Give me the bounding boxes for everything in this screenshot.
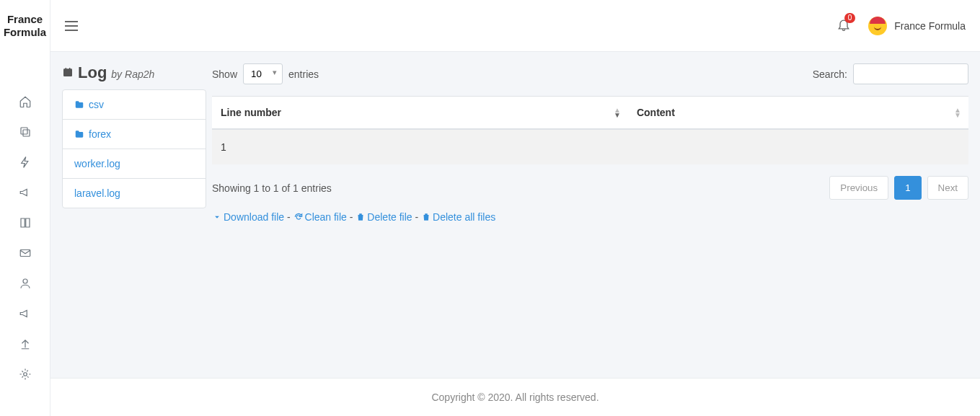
folder-icon <box>74 129 84 139</box>
book-icon[interactable] <box>19 216 32 229</box>
username-label[interactable]: France Formula <box>894 20 966 32</box>
log-title: Log <box>78 63 107 82</box>
home-icon[interactable] <box>19 95 32 108</box>
search-control: Search: <box>813 63 968 84</box>
file-actions: Download file - Clean file - Delete file… <box>212 211 968 223</box>
user-icon[interactable] <box>19 277 32 290</box>
megaphone-icon[interactable] <box>19 186 32 199</box>
copy-icon[interactable] <box>19 125 32 138</box>
show-label: Show <box>212 68 237 80</box>
entries-select[interactable]: 10 <box>243 63 283 84</box>
sort-icon: ▲▼ <box>614 107 621 118</box>
svg-rect-5 <box>63 68 72 76</box>
svg-point-4 <box>23 373 27 376</box>
svg-rect-1 <box>21 128 27 134</box>
calendar-icon <box>62 66 74 78</box>
megaphone2-icon[interactable] <box>19 307 32 320</box>
delete-file-link[interactable]: Delete file <box>356 211 412 223</box>
col-line-number[interactable]: Line number ▲▼ <box>212 97 628 130</box>
cell-line: 1 <box>212 129 628 164</box>
entries-label: entries <box>288 68 319 80</box>
log-table: Line number ▲▼ Content ▲▼ 1 <box>212 96 968 164</box>
gear-icon[interactable] <box>19 368 32 381</box>
notification-badge: 0 <box>844 13 856 23</box>
svg-point-3 <box>23 279 27 283</box>
log-item-label: csv <box>89 99 104 110</box>
table-row: 1 <box>212 129 968 164</box>
topbar: 0 France Formula <box>50 0 980 52</box>
log-panel: Log by Rap2h csv forex worker.log <box>62 63 206 366</box>
log-item-label: worker.log <box>74 158 120 169</box>
log-item-laravel[interactable]: laravel.log <box>63 179 206 208</box>
log-item-label: forex <box>89 128 111 140</box>
upload-icon[interactable] <box>19 337 32 350</box>
svg-rect-0 <box>23 130 30 136</box>
search-input[interactable] <box>853 63 968 84</box>
trash-icon <box>356 212 366 222</box>
search-label: Search: <box>813 68 847 80</box>
refresh-icon <box>293 212 304 222</box>
download-icon <box>212 212 222 222</box>
page-1-button[interactable]: 1 <box>894 176 921 200</box>
avatar[interactable] <box>868 17 887 35</box>
table-info: Showing 1 to 1 of 1 entries <box>212 182 332 194</box>
log-item-csv[interactable]: csv <box>63 90 206 120</box>
hamburger-icon[interactable] <box>65 21 78 31</box>
download-file-link[interactable]: Download file <box>212 211 284 223</box>
footer: Copyright © 2020. All rights reserved. <box>50 378 980 416</box>
folder-icon <box>74 99 84 110</box>
mail-icon[interactable] <box>19 247 32 260</box>
prev-button[interactable]: Previous <box>829 176 888 200</box>
next-button[interactable]: Next <box>927 176 968 200</box>
log-item-label: laravel.log <box>74 187 120 199</box>
brand-logo[interactable]: France Formula <box>0 0 50 52</box>
log-item-forex[interactable]: forex <box>63 120 206 149</box>
cell-content <box>628 129 968 164</box>
bolt-icon[interactable] <box>19 156 32 169</box>
trash-icon <box>421 212 431 222</box>
log-table-area: Show 10 entries Search: <box>212 63 968 366</box>
left-sidebar: France Formula <box>0 0 50 416</box>
log-item-worker[interactable]: worker.log <box>63 149 206 179</box>
delete-all-link[interactable]: Delete all files <box>421 211 495 223</box>
clean-file-link[interactable]: Clean file <box>293 211 347 223</box>
svg-rect-2 <box>20 250 30 257</box>
show-entries-control: Show 10 entries <box>212 63 319 84</box>
pagination: Previous 1 Next <box>829 176 968 200</box>
sort-icon: ▲▼ <box>954 107 961 118</box>
log-author: by Rap2h <box>111 68 154 80</box>
log-file-list: csv forex worker.log laravel.log <box>62 89 206 208</box>
notifications-button[interactable]: 0 <box>836 17 851 34</box>
col-content[interactable]: Content ▲▼ <box>628 97 968 130</box>
